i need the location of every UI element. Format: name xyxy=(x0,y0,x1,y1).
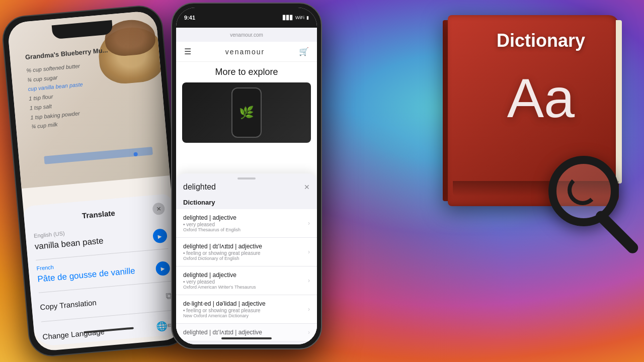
source-text: vanilla bean paste xyxy=(34,236,104,252)
cart-icon[interactable]: 🛒 xyxy=(299,47,309,56)
target-language-section: French Pâte de gousse de vanille ▶ xyxy=(36,254,171,287)
phone-center-notch: 9:41 ▊▊▊ WiFi ▮ xyxy=(176,8,317,28)
inner-phone: 🌿 xyxy=(231,87,262,138)
phone-center-screen: 9:41 ▊▊▊ WiFi ▮ venamour.com ☰ venamour … xyxy=(176,8,317,344)
url-bar[interactable]: venamour.com xyxy=(176,28,317,42)
chevron-icon-5: › xyxy=(308,329,310,336)
hamburger-icon[interactable]: ☰ xyxy=(184,47,191,56)
dict-word: delighted xyxy=(183,183,216,192)
dict-entry-2-content: delighted | dɪˈlʌɪtɪd | adjective • feel… xyxy=(183,243,262,261)
dict-entry-4[interactable]: de·light·ed | də'lidad | adjective • fee… xyxy=(176,295,317,324)
plant-icon: 🌿 xyxy=(239,106,254,120)
magnifying-glass xyxy=(548,156,644,266)
magnify-handle xyxy=(593,209,640,255)
dict-entry-5-main: delighted | dɪˈlʌɪtɪd | adjective xyxy=(183,329,262,336)
dict-entry-2-main: delighted | dɪˈlʌɪtɪd | adjective xyxy=(183,243,262,250)
dict-entry-2[interactable]: delighted | dɪˈlʌɪtɪd | adjective • feel… xyxy=(176,238,317,266)
phone-left-screen: Grandma's Blueberry Mu... % cup softened… xyxy=(7,10,184,351)
dict-entry-1-src: Oxford Thesaurus of English xyxy=(183,227,240,232)
dict-entry-1-main: delighted | adjective xyxy=(183,214,240,221)
dict-entry-3[interactable]: delighted | adjective • very pleased Oxf… xyxy=(176,266,317,295)
phone-center: 9:41 ▊▊▊ WiFi ▮ venamour.com ☰ venamour … xyxy=(171,3,322,349)
magnify-swirl xyxy=(568,175,598,205)
dict-entry-2-def: • feeling or showing great pleasure xyxy=(183,250,262,256)
site-logo: venamour xyxy=(225,48,265,56)
copy-translation-label: Copy Translation xyxy=(40,298,97,312)
dict-entry-3-def: • very pleased xyxy=(183,279,256,285)
dict-entry-1-content: delighted | adjective • very pleased Oxf… xyxy=(183,214,240,232)
translate-panel: Translate ✕ English (US) vanilla bean pa… xyxy=(23,194,184,347)
dict-entry-2-src: Oxford Dictionary of English xyxy=(183,256,262,261)
battery-icon: ▮ xyxy=(306,15,309,20)
change-language-label: Change Language xyxy=(42,327,105,341)
dict-entry-4-main: de·light·ed | də'lidad | adjective xyxy=(183,300,266,307)
dictionary-book: Dictionary Aa xyxy=(438,15,619,226)
dict-entry-3-src: Oxford American Writer's Thesaurus xyxy=(183,285,256,290)
signal-icon: ▊▊▊ xyxy=(283,15,293,20)
target-play-button[interactable]: ▶ xyxy=(155,261,171,276)
home-indicator-center xyxy=(221,337,272,339)
recipe-background: Grandma's Blueberry Mu... % cup softened… xyxy=(7,10,170,189)
phone-left-shell: Grandma's Blueberry Mu... % cup softened… xyxy=(1,4,191,358)
url-text: venamour.com xyxy=(230,32,263,38)
site-navigation: ☰ venamour 🛒 xyxy=(176,42,317,62)
translate-close-button[interactable]: ✕ xyxy=(152,202,165,215)
translate-title: Translate xyxy=(44,205,153,223)
phone-left: Grandma's Blueberry Mu... % cup softened… xyxy=(1,4,191,358)
book-letters: Aa xyxy=(468,70,614,126)
dict-entry-1-def: • very pleased xyxy=(183,222,240,227)
wifi-icon: WiFi xyxy=(295,15,304,20)
drag-handle[interactable] xyxy=(237,177,256,179)
chevron-icon-4: › xyxy=(308,306,310,313)
chevron-icon-3: › xyxy=(308,277,310,284)
site-image: 🌿 xyxy=(182,82,311,143)
source-language-section: English (US) vanilla bean paste ▶ xyxy=(34,221,168,254)
dict-entry-4-def: • feeling or showing great pleasure xyxy=(183,308,266,313)
status-icons: ▊▊▊ WiFi ▮ xyxy=(283,15,309,20)
dict-section-title: Dictionary xyxy=(176,196,317,209)
book-title: Dictionary xyxy=(473,30,609,51)
dict-entry-3-main: delighted | adjective xyxy=(183,272,256,279)
dict-close-button[interactable]: ✕ xyxy=(304,183,310,191)
dictionary-panel: delighted ✕ Dictionary delighted | adjec… xyxy=(176,173,317,344)
dict-entry-4-content: de·light·ed | də'lidad | adjective • fee… xyxy=(183,300,266,318)
dict-entry-3-content: delighted | adjective • very pleased Oxf… xyxy=(183,272,256,290)
status-time: 9:41 xyxy=(184,15,195,21)
recipe-text: Grandma's Blueberry Mu... % cup softened… xyxy=(25,45,114,132)
dict-entry-1[interactable]: delighted | adjective • very pleased Oxf… xyxy=(176,209,317,238)
dict-entry-4-src: New Oxford American Dictionary xyxy=(183,313,266,318)
chevron-icon-1: › xyxy=(308,220,310,227)
site-hero-title: More to explore xyxy=(176,62,317,82)
source-play-button[interactable]: ▶ xyxy=(152,228,168,243)
dict-entry-5-content: delighted | dɪˈlʌɪtɪd | adjective xyxy=(183,329,262,336)
translate-header: Translate ✕ xyxy=(32,202,165,226)
phone-center-shell: 9:41 ▊▊▊ WiFi ▮ venamour.com ☰ venamour … xyxy=(171,3,322,349)
chevron-icon-2: › xyxy=(308,248,310,255)
dict-header: delighted ✕ xyxy=(176,183,317,196)
